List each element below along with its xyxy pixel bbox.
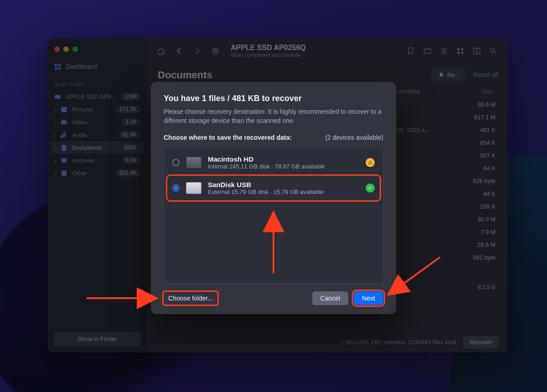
device-name: SanDisk USB — [208, 181, 359, 188]
cancel-button[interactable]: Cancel — [312, 291, 349, 305]
choose-folder-button[interactable]: Choose folder... — [164, 292, 217, 305]
device-option-macintosh-hd[interactable]: Macintosh HD Internal 245.11 GB disk · 7… — [167, 150, 380, 175]
modal-description: Please choose recovery destination. It i… — [164, 107, 383, 126]
radio-icon[interactable] — [172, 184, 180, 192]
modal-heading: You have 1 files / 481 KB to recover — [164, 94, 383, 103]
external-drive-icon — [186, 182, 201, 194]
device-details: Internal 245.11 GB disk · 78.87 GB avail… — [208, 163, 359, 170]
warning-icon: ⚠ — [366, 158, 375, 167]
device-name: Macintosh HD — [208, 155, 359, 163]
device-option-sandisk-usb[interactable]: SanDisk USB External 15.79 GB disk · 15.… — [167, 175, 380, 201]
devices-available: (2 devices available) — [325, 134, 383, 141]
choose-destination-label: Choose where to save the recovered data: — [164, 134, 292, 141]
next-button[interactable]: Next — [354, 291, 383, 305]
check-icon: ✓ — [366, 183, 375, 193]
device-list: Macintosh HD Internal 245.11 GB disk · 7… — [164, 147, 383, 283]
modal-footer: Choose folder... Cancel Next — [164, 283, 383, 305]
recovery-destination-modal: You have 1 files / 481 KB to recover Ple… — [151, 82, 396, 314]
internal-drive-icon — [186, 157, 201, 168]
device-details: External 15.79 GB disk · 15.79 GB availa… — [208, 188, 359, 195]
radio-icon[interactable] — [172, 159, 180, 166]
